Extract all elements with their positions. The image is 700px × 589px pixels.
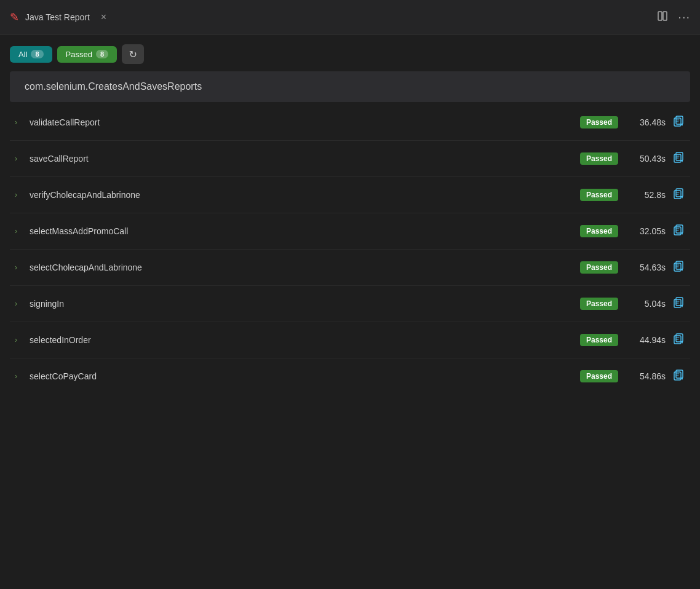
passed-filter-button[interactable]: Passed 8 [57,46,117,63]
test-row: › validateCallReport Passed 36.48s [10,105,690,141]
refresh-button[interactable]: ↺ [122,44,144,64]
test-duration: 32.05s [626,226,666,236]
copy-log-button[interactable] [673,370,685,383]
test-list: › validateCallReport Passed 36.48s › sav… [0,102,700,397]
copy-log-button[interactable] [673,297,685,310]
copy-icon [673,188,684,199]
svg-rect-1 [663,12,667,20]
status-badge: Passed [580,225,618,237]
svg-rect-0 [658,12,662,20]
test-name: selectedInOrder [30,335,573,345]
copy-icon [673,370,684,381]
split-editor-button[interactable] [657,10,668,24]
test-name: validateCallReport [30,117,573,127]
copy-log-button[interactable] [673,333,685,347]
suite-header: com.selenium.CreatesAndSavesReports [10,71,690,102]
copy-icon [673,261,684,272]
close-button[interactable]: × [101,12,106,23]
test-duration: 54.86s [626,371,666,381]
passed-count-badge: 8 [96,50,108,58]
copy-icon [673,116,684,127]
test-duration: 54.63s [626,263,666,272]
java-test-icon: ✎ [10,10,19,24]
test-name: selectCholecapAndLabrinone [30,263,573,272]
test-duration: 52.8s [626,190,666,200]
all-label: All [18,50,27,59]
copy-icon [673,224,684,235]
status-badge: Passed [580,261,618,274]
title-bar-left: ✎ Java Test Report × [10,10,106,24]
test-name: verifyCholecapAndLabrinone [30,190,573,200]
test-duration: 36.48s [626,117,666,127]
test-name: signingIn [30,299,573,309]
title-bar: ✎ Java Test Report × ··· [0,0,700,34]
copy-icon [673,333,684,344]
suite-name: com.selenium.CreatesAndSavesReports [25,81,202,92]
refresh-icon: ↺ [129,49,137,60]
test-row: › selectMassAddPromoCall Passed 32.05s [10,213,690,250]
test-row: › signingIn Passed 5.04s [10,286,690,322]
status-badge: Passed [580,189,618,201]
test-duration: 50.43s [626,154,666,164]
window-title: Java Test Report [25,12,90,22]
test-row: › verifyCholecapAndLabrinone Passed 52.8… [10,177,690,213]
copy-log-button[interactable] [673,116,685,129]
title-bar-right: ··· [657,10,690,24]
toolbar: All 8 Passed 8 ↺ [0,34,700,71]
status-badge: Passed [580,152,618,165]
chevron-right-icon[interactable]: › [15,336,22,344]
test-row: › selectCoPayCard Passed 54.86s [10,358,690,394]
test-row: › saveCallReport Passed 50.43s [10,141,690,177]
test-row: › selectedInOrder Passed 44.94s [10,322,690,358]
status-badge: Passed [580,334,618,346]
more-options-button[interactable]: ··· [678,10,690,24]
copy-icon [673,152,684,163]
test-name: selectCoPayCard [30,371,573,381]
test-duration: 44.94s [626,335,666,345]
split-editor-icon [657,10,668,22]
test-name: saveCallReport [30,154,573,164]
copy-log-button[interactable] [673,188,685,202]
status-badge: Passed [580,370,618,382]
chevron-right-icon[interactable]: › [15,299,22,308]
copy-log-button[interactable] [673,152,685,165]
passed-label: Passed [66,50,92,59]
chevron-right-icon[interactable]: › [15,118,22,127]
copy-log-button[interactable] [673,224,685,238]
copy-icon [673,297,684,308]
chevron-right-icon[interactable]: › [15,191,22,199]
chevron-right-icon[interactable]: › [15,372,22,381]
chevron-right-icon[interactable]: › [15,227,22,235]
test-duration: 5.04s [626,299,666,309]
chevron-right-icon[interactable]: › [15,154,22,163]
status-badge: Passed [580,116,618,128]
chevron-right-icon[interactable]: › [15,263,22,272]
all-count-badge: 8 [31,50,43,58]
copy-log-button[interactable] [673,261,685,274]
test-row: › selectCholecapAndLabrinone Passed 54.6… [10,250,690,286]
all-filter-button[interactable]: All 8 [10,46,52,63]
test-name: selectMassAddPromoCall [30,226,573,236]
status-badge: Passed [580,298,618,310]
